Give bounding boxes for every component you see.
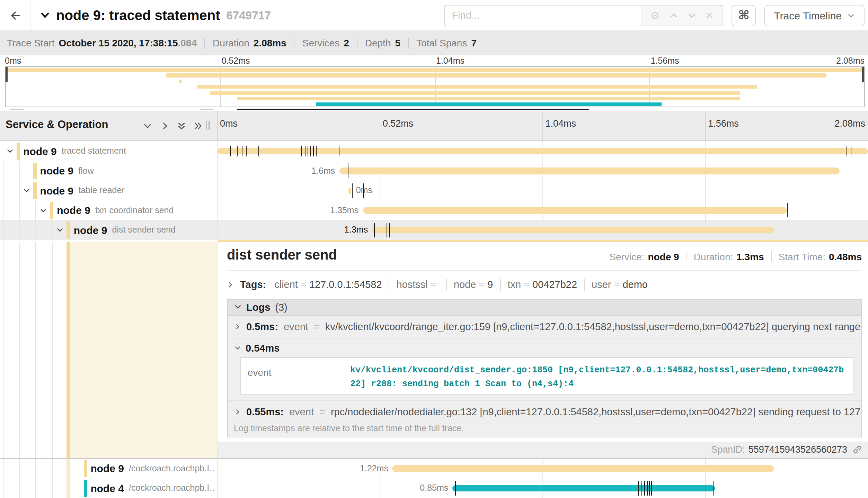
event-tick	[246, 146, 247, 156]
find-input[interactable]	[445, 5, 641, 25]
expand-one-icon[interactable]	[160, 121, 170, 131]
event-tick	[374, 223, 375, 237]
span-row-name: node 9/cockroach.roachpb.I…	[90, 459, 215, 478]
trace-view-type-button[interactable]: Trace Timeline	[764, 4, 865, 26]
tree-chevron-icon[interactable]	[6, 147, 14, 155]
span-row[interactable]: node 9traced statement	[0, 141, 868, 161]
tree-chevron-icon[interactable]	[23, 187, 30, 194]
log-field-table: eventkv/kvclient/kvcoord/dist_sender.go:…	[240, 357, 854, 394]
span-bar[interactable]	[217, 148, 868, 154]
column-resizer-grip[interactable]	[205, 121, 210, 130]
operation-name: traced statement	[62, 146, 126, 156]
span-row[interactable]: node 4/cockroach.roachpb.I…0.85ms	[0, 478, 868, 498]
minimap-left-scrubber-handle[interactable]	[6, 67, 8, 82]
chevron-right-icon	[226, 281, 234, 288]
tag-value: 9	[487, 279, 493, 290]
minimap-tick-label: 0ms	[5, 56, 21, 66]
service-name: node 9	[40, 185, 74, 197]
minimap-scrollbar-thumb[interactable]	[237, 108, 588, 110]
tree-chevron-icon[interactable]	[56, 226, 64, 234]
link-icon[interactable]	[853, 445, 862, 454]
log-entry[interactable]: 0.5ms:event=kv/kvclient/kvcoord/range_it…	[228, 315, 861, 339]
clear-find-icon[interactable]	[705, 11, 714, 19]
tree-indent-guide	[52, 459, 53, 478]
collapse-one-icon[interactable]	[143, 121, 152, 131]
tree-indent-guide	[52, 242, 53, 458]
span-row-timeline-cell[interactable]: 0ms	[217, 181, 868, 200]
span-row-timeline-cell[interactable]: 0.85ms	[217, 478, 868, 498]
chevron-down-icon	[234, 344, 241, 351]
span-row-timeline-cell[interactable]: 1.22ms	[217, 459, 868, 478]
minimap-canvas[interactable]	[5, 66, 865, 107]
keyboard-shortcuts-button[interactable]: ⌘	[732, 4, 756, 26]
span-detail-panel: dist sender send Service:node 9Duration:…	[217, 242, 868, 458]
minimap-tick-label: 2.08ms	[836, 56, 865, 66]
span-bar[interactable]	[363, 207, 787, 214]
span-row-tree-cell[interactable]: node 9/cockroach.roachpb.I…	[0, 459, 217, 478]
timeline-header: Service & Operation 0ms0.52ms1.04ms1.56m…	[0, 111, 868, 141]
event-tick	[258, 146, 259, 156]
span-row-tree-cell[interactable]: node 9table reader	[0, 181, 217, 200]
back-button[interactable]	[0, 0, 31, 30]
logs-header[interactable]: Logs (3)	[228, 299, 861, 315]
minimap-right-scrubber-handle[interactable]	[862, 67, 864, 82]
chevron-down-icon	[847, 11, 855, 19]
span-row-timeline-cell[interactable]: 1.6ms	[217, 161, 868, 181]
span-row-timeline-cell[interactable]	[217, 141, 868, 161]
operation-name: /cockroach.roachpb.I…	[129, 464, 215, 473]
summary-label-depth: Depth	[365, 37, 391, 48]
tree-indent-guide	[35, 459, 36, 478]
minimap-span-bar	[167, 74, 827, 78]
tag-item: hostssl=	[397, 279, 439, 290]
summary-value-trace-start: October 15 2020, 17:38:15.084	[59, 37, 197, 48]
log-entry-header[interactable]: 0.54ms	[228, 339, 861, 357]
summary-value-services: 2	[344, 37, 349, 48]
span-row-tree-cell[interactable]: node 9txn coordinator send	[0, 200, 217, 220]
span-row-timeline-cell[interactable]: 1.3ms	[217, 220, 868, 240]
tag-value: demo	[622, 279, 648, 290]
span-bar[interactable]	[372, 227, 774, 233]
log-field-key: event	[248, 363, 350, 388]
meta-label: Service:	[609, 251, 644, 262]
span-row[interactable]: node 9/cockroach.roachpb.I…1.22ms	[0, 459, 868, 478]
span-bar[interactable]	[348, 187, 351, 194]
tree-indent-guide	[35, 478, 36, 498]
span-row-tree-cell[interactable]: node 9flow	[0, 161, 217, 181]
event-tick	[310, 146, 311, 156]
expand-all-icon[interactable]	[193, 121, 203, 131]
tree-indent-guide	[3, 242, 4, 458]
collapse-all-icon[interactable]	[177, 121, 186, 131]
tags-accordion[interactable]: Tags:client=127.0.0.1:54582hostssl=node=…	[226, 276, 862, 293]
find-prev-icon[interactable]	[669, 11, 678, 20]
span-detail-title: dist sender send	[227, 247, 337, 263]
span-bar[interactable]	[392, 465, 774, 472]
span-row[interactable]: node 9txn coordinator send1.35ms	[0, 200, 868, 220]
event-tick	[307, 146, 308, 156]
span-color-bar	[50, 202, 53, 219]
summary-label-services: Services	[302, 37, 339, 48]
span-row[interactable]: node 9table reader0ms	[0, 181, 868, 200]
span-duration-label: 0ms	[356, 181, 372, 200]
event-tick	[230, 146, 230, 156]
span-row[interactable]: node 9dist sender send1.3ms	[0, 220, 868, 240]
collapse-trace-chevron-icon[interactable]	[40, 10, 50, 20]
span-row-tree-cell[interactable]: node 4/cockroach.roachpb.I…	[0, 478, 217, 498]
span-row-timeline-cell[interactable]: 1.35ms	[217, 200, 868, 220]
span-row-tree-cell[interactable]: node 9dist sender send	[0, 220, 217, 240]
find-next-icon[interactable]	[687, 11, 696, 20]
tag-separator	[446, 279, 447, 290]
span-row[interactable]: node 9flow1.6ms	[0, 161, 868, 181]
span-duration-label: 1.3ms	[344, 220, 368, 240]
span-bar[interactable]	[339, 167, 840, 174]
tree-chevron-icon[interactable]	[39, 207, 47, 214]
tag-item: user=demo	[592, 279, 648, 290]
span-row-tree-cell[interactable]: node 9traced statement	[0, 141, 217, 161]
ruler-tick-label: 0.52ms	[383, 118, 414, 129]
tag-separator	[389, 279, 390, 290]
span-bar[interactable]	[452, 485, 715, 491]
span-color-bar	[83, 480, 87, 497]
ruler-separator	[543, 111, 543, 141]
locate-icon[interactable]	[651, 11, 660, 20]
summary-separator	[204, 38, 205, 48]
tag-equals: =	[301, 279, 307, 290]
